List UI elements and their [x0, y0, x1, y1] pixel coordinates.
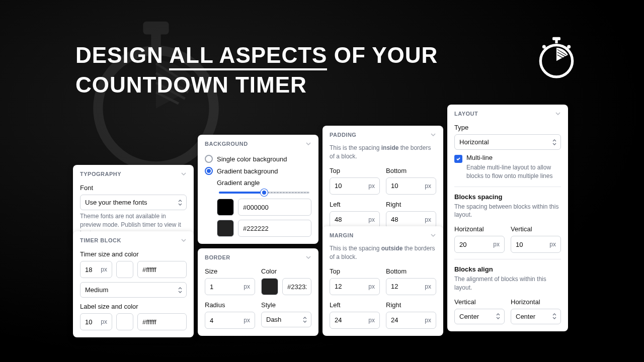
stopwatch-logo-icon	[534, 36, 579, 80]
layout-header[interactable]: LAYOUT	[454, 105, 561, 121]
chevron-down-icon	[555, 111, 561, 117]
gradient-color2-swatch[interactable]	[217, 220, 234, 237]
margin-top-input[interactable]: px	[330, 278, 380, 295]
timer-color-swatch[interactable]	[116, 261, 133, 278]
gradient-color2-input[interactable]	[238, 220, 311, 237]
border-header[interactable]: BORDER	[205, 248, 311, 264]
label-size-input[interactable]: px	[80, 313, 112, 330]
single-color-radio[interactable]: Single color background	[205, 155, 311, 163]
border-style-select[interactable]	[261, 312, 311, 327]
blocks-spacing-title: Blocks spacing	[454, 193, 561, 201]
margin-left-input[interactable]: px	[330, 312, 380, 329]
spacing-horizontal-input[interactable]: px	[454, 236, 505, 253]
background-panel: BACKGROUND Single color background Gradi…	[198, 135, 318, 244]
margin-right-input[interactable]: px	[386, 312, 436, 329]
border-color-swatch[interactable]	[261, 278, 278, 295]
blocks-align-title: Blocks align	[454, 265, 561, 273]
margin-panel: MARGIN This is the spacing outside the b…	[323, 226, 443, 336]
layout-type-label: Type	[454, 124, 561, 131]
font-label: Font	[80, 184, 187, 192]
chevron-down-icon	[305, 254, 311, 260]
border-radius-label: Radius	[205, 301, 255, 309]
chevron-down-icon	[181, 237, 187, 243]
layout-panel: LAYOUT Type Multi-line Enable multi-line…	[447, 105, 568, 331]
timer-color-input[interactable]	[137, 261, 187, 278]
multiline-checkbox[interactable]: Multi-line Enable multi-line layout to a…	[454, 154, 561, 180]
svg-rect-7	[552, 37, 560, 40]
chevron-down-icon	[305, 141, 311, 147]
timer-size-input[interactable]: px	[80, 261, 112, 278]
label-color-swatch[interactable]	[116, 313, 133, 330]
padding-left-input[interactable]: px	[330, 211, 380, 228]
gradient-angle-slider[interactable]	[219, 192, 309, 194]
padding-top-input[interactable]: px	[330, 177, 380, 195]
timer-block-header[interactable]: TIMER BLOCK	[80, 231, 187, 247]
border-panel: BORDER Size px Color Radius px Style	[198, 248, 318, 336]
check-icon	[456, 156, 461, 161]
label-color-input[interactable]	[137, 313, 187, 330]
align-vertical-select[interactable]	[454, 309, 505, 324]
label-size-label: Label size and color	[80, 303, 187, 310]
padding-right-input[interactable]: px	[386, 211, 436, 228]
margin-header[interactable]: MARGIN	[330, 226, 436, 242]
font-select[interactable]	[80, 195, 187, 210]
border-color-label: Color	[261, 267, 311, 275]
padding-panel: PADDING This is the spacing inside the b…	[323, 126, 443, 235]
chevron-down-icon	[181, 171, 187, 177]
gradient-color1-swatch[interactable]	[217, 199, 234, 216]
padding-header[interactable]: PADDING	[330, 126, 436, 142]
border-radius-input[interactable]: px	[205, 312, 255, 329]
timer-size-label: Timer size and color	[80, 250, 187, 258]
border-color-input[interactable]	[282, 278, 311, 295]
padding-bottom-input[interactable]: px	[386, 177, 436, 195]
margin-bottom-input[interactable]: px	[386, 278, 436, 295]
border-size-input[interactable]: px	[205, 278, 255, 295]
spacing-vertical-input[interactable]: px	[511, 236, 561, 253]
chevron-down-icon	[430, 132, 436, 138]
align-horizontal-select[interactable]	[511, 309, 561, 324]
svg-rect-8	[555, 40, 557, 43]
margin-help: This is the spacing outside the borders …	[330, 244, 436, 261]
gradient-angle-label: Gradient angle	[217, 179, 311, 187]
gradient-color1-input[interactable]	[238, 199, 311, 216]
page-heading: DESIGN ALL ASPECTS OF YOUR COUNTDOWN TIM…	[75, 40, 553, 100]
border-size-label: Size	[205, 267, 255, 275]
gradient-radio[interactable]: Gradient background	[205, 167, 311, 175]
layout-type-select[interactable]	[454, 134, 561, 150]
typography-header[interactable]: TYPOGRAPHY	[80, 165, 187, 181]
background-header[interactable]: BACKGROUND	[205, 135, 311, 151]
padding-help: This is the spacing inside the borders o…	[330, 144, 436, 161]
border-style-label: Style	[261, 301, 311, 309]
timer-weight-select[interactable]	[80, 282, 187, 298]
timer-block-panel: TIMER BLOCK Timer size and color px Labe…	[73, 231, 194, 337]
chevron-down-icon	[430, 232, 436, 238]
